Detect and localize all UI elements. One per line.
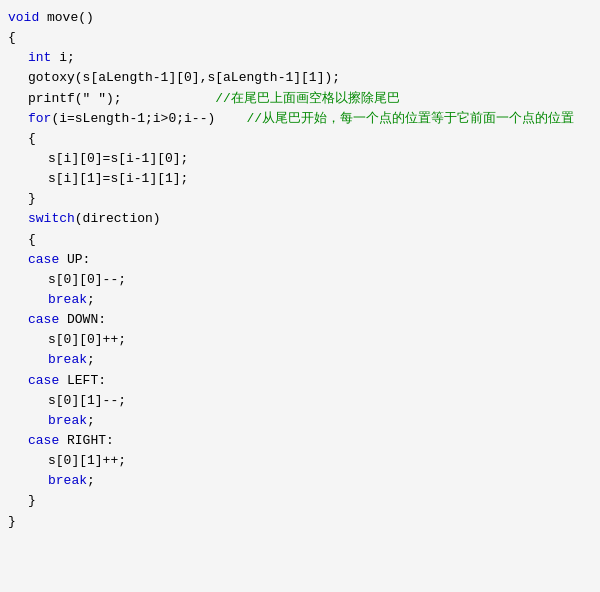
code-text: ; (87, 471, 95, 491)
code-line: case LEFT: (0, 371, 600, 391)
code-text: ; (87, 290, 95, 310)
code-line: case RIGHT: (0, 431, 600, 451)
indent (8, 109, 28, 129)
indent (8, 491, 28, 511)
code-text: LEFT: (59, 371, 106, 391)
code-text: } (28, 491, 36, 511)
keyword: case (28, 250, 59, 270)
code-text: UP: (59, 250, 90, 270)
code-text: { (28, 129, 36, 149)
indent (8, 68, 28, 88)
code-line: s[0][0]++; (0, 330, 600, 350)
keyword: void (8, 8, 39, 28)
code-text: s[0][1]--; (48, 391, 126, 411)
code-text: move() (39, 8, 94, 28)
indent (8, 310, 28, 330)
indent (8, 330, 48, 350)
code-text: s[0][1]++; (48, 451, 126, 471)
indent (8, 169, 48, 189)
code-text: gotoxy(s[aLength-1][0],s[aLength-1][1]); (28, 68, 340, 88)
indent (8, 230, 28, 250)
indent (8, 250, 28, 270)
indent (8, 89, 28, 109)
indent (8, 129, 28, 149)
code-line: case UP: (0, 250, 600, 270)
code-line: s[i][1]=s[i-1][1]; (0, 169, 600, 189)
code-text: s[i][1]=s[i-1][1]; (48, 169, 188, 189)
keyword: break (48, 290, 87, 310)
code-line: { (0, 28, 600, 48)
indent (8, 209, 28, 229)
code-line: s[0][1]++; (0, 451, 600, 471)
code-line: break; (0, 290, 600, 310)
code-text: s[i][0]=s[i-1][0]; (48, 149, 188, 169)
code-text: i; (51, 48, 74, 68)
keyword: int (28, 48, 51, 68)
code-line: s[0][0]--; (0, 270, 600, 290)
keyword: case (28, 310, 59, 330)
code-text: { (28, 230, 36, 250)
code-text: { (8, 28, 16, 48)
keyword: switch (28, 209, 75, 229)
code-text: ; (87, 350, 95, 370)
keyword: break (48, 471, 87, 491)
code-text: (i=sLength-1;i>0;i--) (51, 109, 215, 129)
indent (8, 411, 48, 431)
indent (8, 431, 28, 451)
indent (8, 48, 28, 68)
code-line: break; (0, 350, 600, 370)
code-line: for(i=sLength-1;i>0;i--) //从尾巴开始，每一个点的位置… (0, 109, 600, 129)
keyword: case (28, 431, 59, 451)
code-line: { (0, 230, 600, 250)
comment: //从尾巴开始，每一个点的位置等于它前面一个点的位置 (215, 109, 574, 129)
indent (8, 371, 28, 391)
indent (8, 391, 48, 411)
keyword: case (28, 371, 59, 391)
code-line: s[i][0]=s[i-1][0]; (0, 149, 600, 169)
code-line: { (0, 129, 600, 149)
code-line: case DOWN: (0, 310, 600, 330)
code-text: s[0][0]--; (48, 270, 126, 290)
code-line: printf(" "); //在尾巴上面画空格以擦除尾巴 (0, 89, 600, 109)
keyword: for (28, 109, 51, 129)
code-text: DOWN: (59, 310, 106, 330)
code-line: void move() (0, 8, 600, 28)
code-text: RIGHT: (59, 431, 114, 451)
indent (8, 290, 48, 310)
code-text: s[0][0]++; (48, 330, 126, 350)
code-line: break; (0, 411, 600, 431)
code-line: switch(direction) (0, 209, 600, 229)
code-line: s[0][1]--; (0, 391, 600, 411)
code-line: int i; (0, 48, 600, 68)
indent (8, 471, 48, 491)
code-line: break; (0, 471, 600, 491)
code-line: } (0, 512, 600, 532)
indent (8, 350, 48, 370)
keyword: break (48, 350, 87, 370)
code-line: gotoxy(s[aLength-1][0],s[aLength-1][1]); (0, 68, 600, 88)
code-line: } (0, 189, 600, 209)
indent (8, 451, 48, 471)
keyword: break (48, 411, 87, 431)
comment: //在尾巴上面画空格以擦除尾巴 (122, 89, 400, 109)
code-text: ; (87, 411, 95, 431)
code-text: printf(" "); (28, 89, 122, 109)
code-text: } (8, 512, 16, 532)
code-text: } (28, 189, 36, 209)
code-line: } (0, 491, 600, 511)
indent (8, 270, 48, 290)
indent (8, 189, 28, 209)
indent (8, 149, 48, 169)
code-editor: void move(){int i;gotoxy(s[aLength-1][0]… (0, 0, 600, 592)
code-text: (direction) (75, 209, 161, 229)
